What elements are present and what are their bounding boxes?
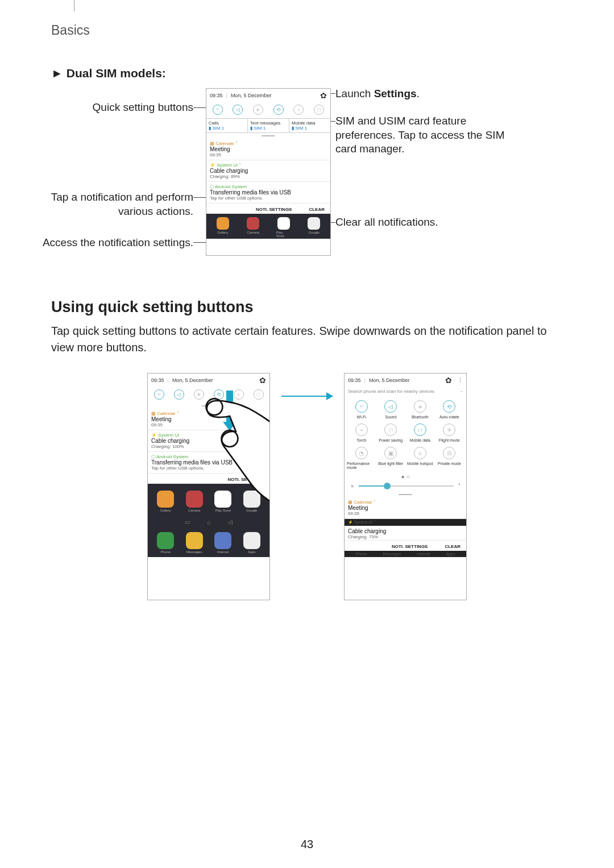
nav-bar: ▭ ⌂ ◁: [148, 516, 269, 529]
recent-icon[interactable]: ▭: [185, 519, 190, 525]
gear-icon[interactable]: ✿: [259, 376, 266, 385]
callout-clear-all: Clear all notifications.: [335, 215, 438, 230]
app-icon[interactable]: Gallery: [215, 217, 230, 238]
qs-torch[interactable]: ⌁Torch: [347, 423, 376, 442]
qs-hotspot[interactable]: ⎋Mobile hotspot: [405, 447, 435, 470]
notification-item[interactable]: ⬡ Android System Transferring media file…: [148, 452, 269, 474]
status-bar: 09:35 | Mon, 5 December ✿: [206, 89, 330, 102]
app-icon[interactable]: Messages: [181, 532, 208, 554]
status-bar: 09:35 | Mon, 5 December ✿: [148, 373, 269, 387]
brightness-slider[interactable]: ☼ ˅: [345, 481, 466, 492]
notification-item[interactable]: Cable charging Charging: 73%: [345, 526, 466, 541]
app-icon[interactable]: Play Store: [210, 491, 237, 512]
quick-settings-row[interactable]: ⌔ ◁ ∗ ⟲ ⌁ □: [148, 387, 269, 403]
bluetooth-icon[interactable]: ∗: [253, 105, 263, 115]
gear-icon[interactable]: ✿: [320, 91, 327, 100]
callout-sim-feature: SIM and USIM card feature preferences. T…: [335, 114, 506, 156]
app-icon[interactable]: Internet: [210, 532, 237, 554]
app-icon[interactable]: Play Store: [276, 217, 291, 238]
notification-actions: NOTI. SETTINGS CLEAR: [206, 203, 330, 214]
clear-button[interactable]: CLEAR: [445, 544, 460, 549]
qs-bluetooth[interactable]: ∗Bluetooth: [405, 400, 435, 419]
qs-bluelight[interactable]: ▣Blue light filter: [376, 447, 406, 470]
more-icon[interactable]: ⋮: [458, 377, 463, 383]
noti-settings-button[interactable]: NOTI. SETTINGS: [227, 477, 264, 482]
dual-sim-label: Dual SIM models:: [67, 67, 166, 80]
qs-autorotate[interactable]: ⟲Auto-rotate: [435, 400, 464, 419]
section-header: Basics: [51, 23, 563, 38]
noti-settings-button[interactable]: NOTI. SETTINGS: [392, 544, 428, 549]
noti-settings-button[interactable]: NOTI. SETTINGS: [256, 207, 292, 212]
clear-button[interactable]: CLEAR: [309, 207, 325, 212]
launch-settings-bold: Settings: [374, 88, 417, 99]
app-icon[interactable]: Google: [306, 217, 321, 238]
sim-preferences-row[interactable]: Calls ▮ SIM 1 Text messages ▮ SIM 1 Mobi…: [206, 118, 330, 133]
quick-settings-grid: ⌔Wi-Fi ◁Sound ∗Bluetooth ⟲Auto-rotate ⌁T…: [345, 396, 466, 472]
notification-item[interactable]: ⚡ System UI ˅ Cable charging Charging: 8…: [206, 160, 330, 182]
arrow-bullet: ►: [51, 67, 63, 80]
dim-row: ⚡ System UI ˅: [345, 519, 466, 526]
chevron-down-icon[interactable]: ˅: [458, 483, 460, 488]
drag-handle-icon[interactable]: [262, 135, 275, 136]
qs-powersave[interactable]: □Power saving: [376, 423, 406, 442]
app-icon[interactable]: Camera: [246, 217, 260, 238]
callout-launch-settings: Launch Settings.: [335, 87, 420, 101]
qs-performance[interactable]: ◔Performance mode: [347, 447, 376, 470]
qs-flightmode[interactable]: ✈Flight mode: [435, 423, 464, 442]
sim-data[interactable]: Mobile data ▮ SIM 1: [289, 119, 330, 132]
mic-icon[interactable]: ⏑: [460, 389, 463, 394]
notification-item[interactable]: ⚡ System UI Cable charging Charging: 100…: [148, 430, 269, 452]
bluetooth-icon[interactable]: ∗: [194, 389, 204, 400]
page-number: 43: [0, 838, 614, 851]
status-bar: 09:35 | Mon, 5 December ✿ ⋮: [345, 373, 466, 387]
home-screen: Gallery Camera Play Store Google ▭ ⌂ ◁ P…: [148, 484, 269, 557]
sound-icon[interactable]: ◁: [174, 389, 184, 400]
home-icon[interactable]: ⌂: [207, 519, 210, 525]
callout-access-settings: Access the notification settings.: [11, 236, 193, 250]
arrow-icon: [281, 396, 333, 397]
torch-icon[interactable]: ⌁: [293, 105, 304, 115]
powersave-icon[interactable]: □: [314, 105, 324, 115]
wifi-icon[interactable]: ⌔: [213, 105, 223, 115]
notification-item[interactable]: ▦ Calendar ˅ Meeting 09:35: [345, 497, 466, 519]
phone-mock-swipe-before: 09:35 | Mon, 5 December ✿ ⌔ ◁ ∗ ⟲ ⌁ □ ▦ …: [147, 373, 270, 600]
sound-icon[interactable]: ◁: [233, 105, 243, 115]
autorotate-icon[interactable]: ⟲: [273, 105, 284, 115]
search-bar[interactable]: Search phone and scan for nearby devices…: [345, 387, 466, 396]
app-icon[interactable]: Apps: [239, 532, 265, 554]
phone-mock-swipe-after: 09:35 | Mon, 5 December ✿ ⋮ Search phone…: [344, 373, 467, 600]
back-icon[interactable]: ◁: [228, 519, 233, 525]
autorotate-icon[interactable]: ⟲: [214, 389, 224, 400]
app-icon[interactable]: Gallery: [152, 491, 179, 512]
qs-sound[interactable]: ◁Sound: [376, 400, 406, 419]
quick-settings-row[interactable]: ⌔ ◁ ∗ ⟲ ⌁ □: [206, 102, 330, 118]
launch-settings-text: Launch: [335, 88, 374, 99]
dual-sim-heading: ►Dual SIM models:: [51, 67, 563, 80]
wifi-icon[interactable]: ⌔: [154, 389, 164, 400]
callout-tap-notification: Tap a notification and perform various a…: [28, 190, 193, 218]
drag-handle-icon[interactable]: [399, 494, 412, 495]
notification-item[interactable]: ▦ Calendar ˅ Meeting 09:35: [206, 139, 330, 160]
app-icon[interactable]: Phone: [152, 532, 179, 554]
diagram-swipe-down: 09:35 | Mon, 5 December ✿ ⌔ ◁ ∗ ⟲ ⌁ □ ▦ …: [51, 373, 563, 617]
powersave-icon[interactable]: □: [254, 389, 264, 400]
qs-mobiledata[interactable]: ↓↑Mobile data: [405, 423, 435, 442]
sim-calls[interactable]: Calls ▮ SIM 1: [206, 119, 248, 132]
page-margin-rule: [74, 0, 74, 11]
notification-item[interactable]: ⬡ Android System Transferring media file…: [206, 182, 330, 203]
notification-actions: NOTI. SETTINGS: [148, 474, 269, 484]
brightness-icon: ☼: [350, 483, 354, 488]
app-icon[interactable]: Google: [239, 491, 265, 512]
sim-texts[interactable]: Text messages ▮ SIM 1: [248, 119, 289, 132]
notification-item[interactable]: ▦ Calendar ˅ Meeting 09:35: [148, 409, 269, 430]
status-time: 09:35: [210, 93, 223, 98]
drag-handle-icon[interactable]: [202, 405, 215, 406]
status-date: Mon, 5 December: [231, 93, 272, 98]
qs-wifi[interactable]: ⌔Wi-Fi: [347, 400, 376, 419]
app-icon[interactable]: Camera: [181, 491, 208, 512]
torch-icon[interactable]: ⌁: [234, 389, 244, 400]
phone-mock-dual-sim: 09:35 | Mon, 5 December ✿ ⌔ ◁ ∗ ⟲ ⌁ □ Ca…: [206, 88, 331, 256]
qs-private[interactable]: ☒Private mode: [435, 447, 464, 470]
gear-icon[interactable]: ✿: [445, 376, 452, 385]
quick-settings-body: Tap quick setting buttons to activate ce…: [51, 323, 563, 356]
